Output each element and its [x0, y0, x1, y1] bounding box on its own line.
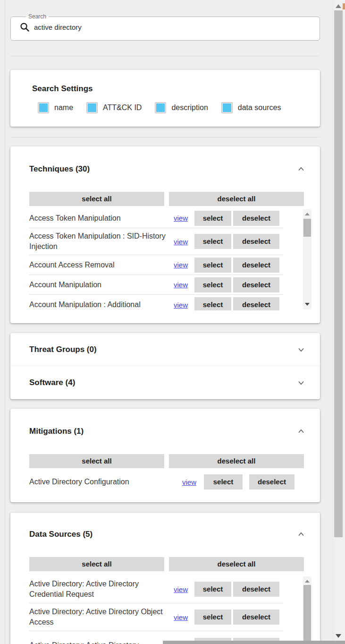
technique-name: Account Manipulation : Additional: [29, 300, 174, 310]
technique-row: Access Token Manipulation : SID-History …: [29, 228, 283, 255]
deselect-button[interactable]: deselect: [233, 234, 279, 249]
view-link[interactable]: view: [182, 478, 196, 486]
technique-name: Account Access Removal: [29, 260, 174, 270]
technique-row: Access Token Manipulation view select de…: [29, 208, 283, 228]
divider: [10, 137, 320, 137]
select-button[interactable]: select: [194, 211, 231, 226]
scroll-up-arrow[interactable]: [336, 4, 341, 8]
checkbox-attack-id-fill: [88, 103, 96, 112]
data-sources-deselect-all-button[interactable]: deselect all: [169, 557, 304, 571]
mitigations-select-all-button[interactable]: select all: [29, 454, 164, 468]
option-name-label: name: [54, 103, 73, 112]
mitigations-section: Mitigations (1) select all deselect all …: [10, 409, 320, 502]
search-settings-card: Search Settings name ATT&CK ID descripti…: [10, 70, 320, 127]
techniques-select-all-button[interactable]: select all: [29, 192, 164, 206]
groups-software-section: Threat Groups (0) Software (4): [10, 333, 320, 399]
search-sidebar-panel: Search active directory Search Settings …: [0, 0, 345, 644]
page-scrollbar-thumb[interactable]: [334, 10, 343, 537]
data-source-name: Active Directory: Active Directory Objec…: [29, 607, 174, 627]
horizontal-scrollbar-thumb[interactable]: [163, 641, 345, 644]
scrollbar-thumb[interactable]: [303, 585, 311, 644]
option-description-label: description: [171, 103, 208, 112]
select-button[interactable]: select: [194, 258, 231, 273]
view-link[interactable]: view: [174, 281, 188, 289]
deselect-button[interactable]: deselect: [249, 474, 295, 489]
software-header[interactable]: Software (4): [10, 366, 320, 399]
search-input[interactable]: active directory: [34, 23, 82, 31]
techniques-deselect-all-button[interactable]: deselect all: [169, 192, 304, 206]
view-link[interactable]: view: [174, 613, 188, 621]
option-attack-id-label: ATT&CK ID: [103, 103, 142, 112]
deselect-button[interactable]: deselect: [233, 582, 279, 597]
scroll-up-arrow[interactable]: [305, 213, 310, 215]
checkbox-description[interactable]: [155, 102, 166, 113]
expand-chevron-down-icon[interactable]: [296, 345, 306, 354]
search-field[interactable]: Search active directory: [10, 13, 320, 41]
deselect-button[interactable]: deselect: [233, 258, 279, 273]
deselect-button[interactable]: deselect: [233, 277, 279, 292]
threat-groups-title: Threat Groups (0): [29, 345, 97, 354]
techniques-list: Access Token Manipulation view select de…: [29, 208, 311, 310]
checkbox-name[interactable]: [38, 102, 49, 113]
page-scrollbar[interactable]: [333, 0, 345, 644]
checkbox-name-fill: [39, 103, 48, 112]
search-field-label: Search: [26, 13, 49, 20]
panel-left-border: [5, 0, 5, 644]
view-link[interactable]: view: [174, 261, 188, 269]
data-sources-title: Data Sources (5): [29, 530, 93, 539]
mitigations-list: Active Directory Configuration view sele…: [29, 472, 311, 505]
collapse-chevron-up-icon[interactable]: [296, 530, 306, 539]
search-settings-title: Search Settings: [10, 70, 320, 94]
technique-row: Account Manipulation : Additional view s…: [29, 295, 283, 310]
mitigations-deselect-all-button[interactable]: deselect all: [169, 454, 304, 468]
data-sources-select-all-button[interactable]: select all: [29, 557, 164, 571]
select-button[interactable]: select: [194, 277, 231, 292]
data-source-row: Active Directory: Active Directory Objec…: [29, 603, 283, 631]
view-link[interactable]: view: [174, 238, 188, 246]
scroll-down-arrow[interactable]: [336, 634, 341, 638]
view-link[interactable]: view: [174, 214, 188, 222]
select-button[interactable]: select: [204, 474, 243, 489]
software-title: Software (4): [29, 378, 75, 387]
threat-groups-header[interactable]: Threat Groups (0): [10, 333, 320, 366]
option-data-sources-label: data sources: [238, 103, 281, 112]
select-button[interactable]: select: [194, 297, 231, 310]
view-link[interactable]: view: [174, 301, 188, 309]
collapse-chevron-up-icon[interactable]: [296, 427, 306, 436]
techniques-section: Techniques (30) select all deselect all …: [10, 146, 320, 323]
select-button[interactable]: select: [194, 610, 231, 625]
data-sources-list: Active Directory: Active Directory Crede…: [29, 575, 311, 644]
deselect-button[interactable]: deselect: [233, 211, 279, 226]
data-sources-section: Data Sources (5) select all deselect all…: [10, 513, 320, 644]
data-source-row: Active Directory: Active Directory Crede…: [29, 575, 283, 603]
checkbox-description-fill: [156, 103, 165, 112]
scroll-down-arrow[interactable]: [305, 303, 310, 306]
technique-name: Account Manipulation: [29, 280, 174, 290]
technique-name: Access Token Manipulation: [29, 213, 174, 223]
checkbox-attack-id[interactable]: [86, 102, 98, 113]
techniques-list-scrollbar[interactable]: [303, 209, 311, 309]
option-name[interactable]: name: [38, 102, 73, 113]
technique-name: Access Token Manipulation : SID-History …: [29, 231, 174, 251]
mitigation-name: Active Directory Configuration: [29, 477, 182, 487]
deselect-button[interactable]: deselect: [233, 297, 279, 310]
option-data-sources[interactable]: data sources: [221, 102, 281, 113]
deselect-button[interactable]: deselect: [233, 610, 279, 625]
technique-row: Account Access Removal view select desel…: [29, 255, 283, 275]
checkbox-data-sources[interactable]: [221, 102, 233, 113]
expand-chevron-down-icon[interactable]: [296, 378, 306, 387]
mitigations-title: Mitigations (1): [29, 427, 84, 436]
collapse-chevron-up-icon[interactable]: [296, 164, 306, 174]
data-sources-list-scrollbar[interactable]: [303, 576, 311, 644]
select-button[interactable]: select: [194, 582, 231, 597]
option-attack-id[interactable]: ATT&CK ID: [86, 102, 142, 113]
view-link[interactable]: view: [174, 585, 188, 593]
scroll-up-arrow[interactable]: [305, 580, 310, 583]
technique-row: Account Manipulation view select deselec…: [29, 275, 283, 295]
option-description[interactable]: description: [155, 102, 208, 113]
checkbox-data-sources-fill: [223, 103, 231, 112]
data-source-name: Active Directory: Active Directory Crede…: [29, 579, 174, 599]
divider: [10, 56, 320, 56]
select-button[interactable]: select: [194, 234, 231, 249]
scrollbar-thumb[interactable]: [303, 219, 311, 237]
